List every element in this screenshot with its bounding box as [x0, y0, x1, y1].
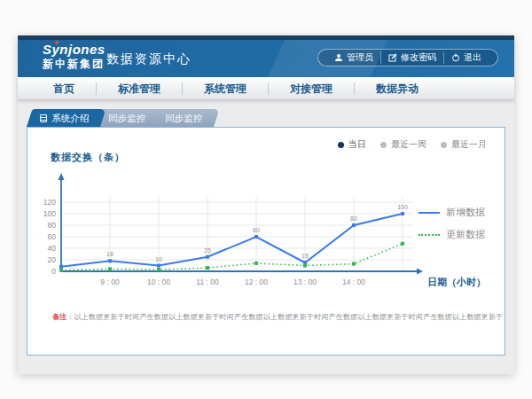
data-point-label: 15	[301, 253, 309, 259]
series-0-marker	[157, 264, 160, 268]
filter-today[interactable]: 当日	[338, 138, 366, 151]
series-0-marker	[59, 265, 63, 269]
footnote: 备注：以上数据更新于时间产生数据以上数据更新于时间产生数据以上数据更新于时间产生…	[52, 312, 503, 322]
x-tick-label: 12 : 00	[245, 278, 268, 286]
y-axis-title: 数据交换（条）	[51, 151, 125, 164]
series-1-marker	[352, 262, 356, 266]
series-0-marker	[254, 235, 258, 239]
series-0-marker	[352, 223, 356, 227]
x-tick-label: 9 : 00	[100, 278, 120, 286]
page-title: 数据资源中心	[106, 51, 192, 67]
legend-line-dotted	[419, 234, 440, 236]
user-actions-bar: 管理员 修改密码 退出	[317, 49, 498, 66]
x-axis-title: 日期（小时）	[427, 277, 486, 288]
tab-system-intro[interactable]: 系统介绍	[27, 109, 106, 127]
data-point-label: 100	[397, 204, 408, 210]
tab-sync-monitor-1[interactable]: 同步监控	[95, 109, 162, 127]
y-tick-label: 0	[51, 267, 56, 276]
chart-panel: 当日 最近一周 最近一月 数据交换（条） 0204060801001209 : …	[27, 127, 505, 356]
radio-unselected-icon	[441, 142, 447, 148]
data-point-label: 25	[204, 247, 211, 254]
series-0-marker	[401, 212, 404, 215]
legend-line-solid	[419, 212, 440, 214]
tab-bar: 系统介绍 同步监控 同步监控	[27, 109, 208, 127]
logo-text-cn: 新中新集团	[43, 59, 106, 69]
x-tick-label: 10 : 00	[147, 278, 170, 286]
series-1-marker	[303, 264, 307, 268]
range-filter-group: 当日 最近一周 最近一月	[338, 138, 487, 151]
y-tick-label: 60	[48, 232, 57, 241]
change-password-button[interactable]: 修改密码	[380, 51, 443, 64]
nav-item-system-mgmt[interactable]: 系统管理	[183, 82, 269, 95]
document-icon	[40, 114, 47, 122]
series-1-marker	[254, 262, 258, 265]
app-header: Synjones 新中新集团 数据资源中心 管理员 修改密码	[18, 40, 514, 77]
edit-icon	[388, 53, 397, 62]
data-point-label: 18	[106, 251, 113, 257]
logout-button[interactable]: 退出	[443, 51, 489, 64]
nav-item-standard-mgmt[interactable]: 标准管理	[97, 82, 183, 95]
main-nav: 首页 标准管理 系统管理 对接管理 数据异动	[18, 77, 514, 100]
x-tick-label: 13 : 00	[293, 278, 317, 286]
series-0-marker	[108, 259, 112, 262]
power-icon	[451, 53, 460, 62]
nav-item-data-change[interactable]: 数据异动	[355, 82, 440, 95]
y-axis-arrow-icon	[59, 173, 65, 180]
y-tick-label: 80	[48, 221, 57, 230]
app-window: Synjones 新中新集团 数据资源中心 管理员 修改密码	[18, 35, 514, 374]
series-1-marker	[59, 269, 63, 272]
series-1-marker	[108, 267, 112, 270]
x-axis-arrow-icon	[417, 269, 423, 275]
data-point-label: 60	[253, 227, 260, 233]
series-1-marker	[206, 266, 209, 270]
logo-red-dot-icon	[55, 41, 59, 44]
nav-item-interface-mgmt[interactable]: 对接管理	[269, 82, 355, 95]
data-point-label: 80	[350, 215, 357, 222]
y-tick-label: 20	[48, 255, 57, 264]
data-point-label: 10	[155, 256, 162, 262]
legend-item-updated-data[interactable]: 更新数据	[419, 228, 485, 241]
radio-unselected-icon	[380, 142, 387, 148]
chart-legend: 新增数据 更新数据	[419, 206, 485, 241]
filter-last-week[interactable]: 最近一周	[380, 138, 426, 151]
filter-last-month[interactable]: 最近一月	[441, 138, 487, 151]
logo-text-en: Synjones	[43, 43, 106, 56]
x-tick-label: 11 : 00	[196, 278, 219, 286]
admin-user-button[interactable]: 管理员	[327, 51, 380, 64]
nav-item-home[interactable]: 首页	[32, 82, 97, 95]
y-tick-label: 100	[43, 209, 56, 218]
user-icon	[334, 53, 343, 62]
series-0-marker	[206, 255, 209, 259]
series-1-marker	[157, 268, 160, 271]
tab-sync-monitor-2[interactable]: 同步监控	[152, 109, 219, 127]
company-logo: Synjones 新中新集团	[43, 43, 106, 69]
series-1-marker	[401, 242, 404, 246]
content-area: 系统介绍 同步监控 同步监控 当日 最近一周	[18, 100, 514, 374]
radio-selected-icon	[338, 142, 344, 148]
y-tick-label: 120	[43, 198, 56, 207]
legend-item-new-data[interactable]: 新增数据	[419, 206, 485, 219]
y-tick-label: 40	[48, 244, 57, 253]
x-tick-label: 14 : 00	[342, 278, 365, 286]
